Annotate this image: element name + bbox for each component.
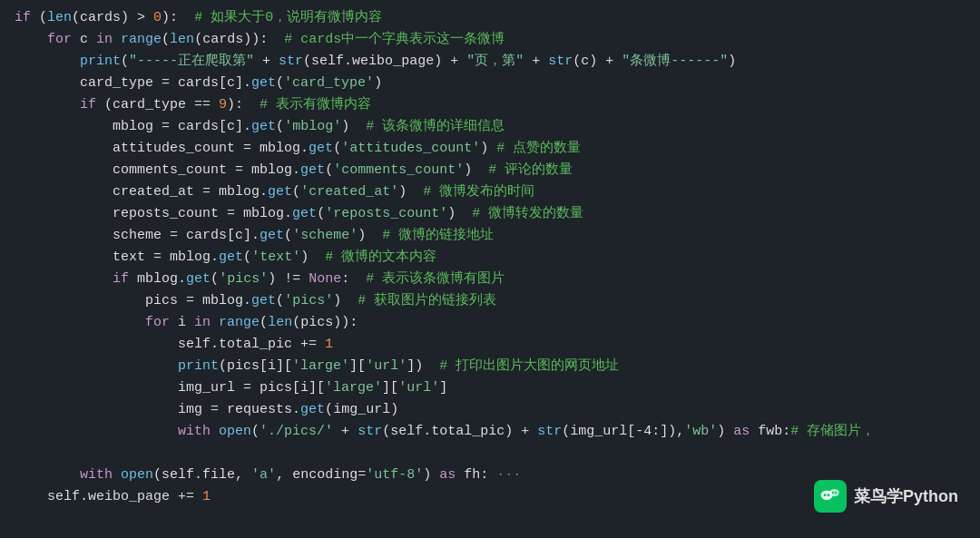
svg-point-3 (829, 489, 838, 496)
code-line: self.total_pic += 1 (0, 334, 980, 356)
code-line: mblog = cards[c].get('mblog') # 该条微博的详细信… (0, 116, 980, 138)
watermark-icon (814, 480, 847, 513)
code-lines: if (len(cards) > 0): # 如果大于0，说明有微博内容 for… (0, 7, 980, 508)
code-line: if mblog.get('pics') != None: # 表示该条微博有图… (0, 269, 980, 290)
svg-point-5 (835, 492, 837, 494)
code-line: if (card_type == 9): # 表示有微博内容 (0, 94, 980, 116)
code-line (0, 443, 980, 465)
code-line: card_type = cards[c].get('card_type') (0, 73, 980, 94)
code-line: text = mblog.get('text') # 微博的文本内容 (0, 247, 980, 269)
code-line: comments_count = mblog.get('comments_cou… (0, 160, 980, 181)
code-line: for i in range(len(pics)): (0, 312, 980, 334)
code-line: created_at = mblog.get('created_at') # 微… (0, 181, 980, 203)
code-line: attitudes_count = mblog.get('attitudes_c… (0, 138, 980, 160)
watermark-label: 菜鸟学Python (854, 484, 958, 510)
code-container: if (len(cards) > 0): # 如果大于0，说明有微博内容 for… (0, 0, 980, 538)
svg-point-1 (824, 494, 827, 496)
code-line: print(pics[i]['large']['url']) # 打印出图片大图… (0, 356, 980, 377)
code-line: with open('./pics/' + str(self.total_pic… (0, 421, 980, 443)
code-line: for c in range(len(cards)): # cards中一个字典… (0, 29, 980, 51)
watermark: 菜鸟学Python (814, 480, 958, 513)
code-line: pics = mblog.get('pics') # 获取图片的链接列表 (0, 290, 980, 312)
code-line: scheme = cards[c].get('scheme') # 微博的链接地… (0, 225, 980, 247)
code-line: img = requests.get(img_url) (0, 399, 980, 421)
svg-point-2 (828, 494, 830, 496)
code-line: print("-----正在爬取第" + str(self.weibo_page… (0, 51, 980, 73)
svg-point-4 (832, 492, 834, 494)
code-line: reposts_count = mblog.get('reposts_count… (0, 203, 980, 225)
code-line: img_url = pics[i]['large']['url'] (0, 377, 980, 399)
code-line: if (len(cards) > 0): # 如果大于0，说明有微博内容 (0, 7, 980, 29)
